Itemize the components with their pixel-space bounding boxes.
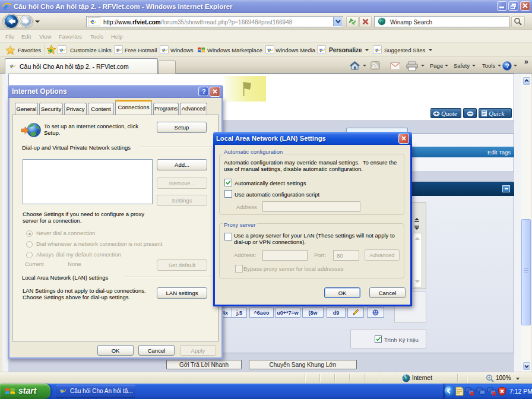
- svg-text:?: ?: [505, 62, 509, 69]
